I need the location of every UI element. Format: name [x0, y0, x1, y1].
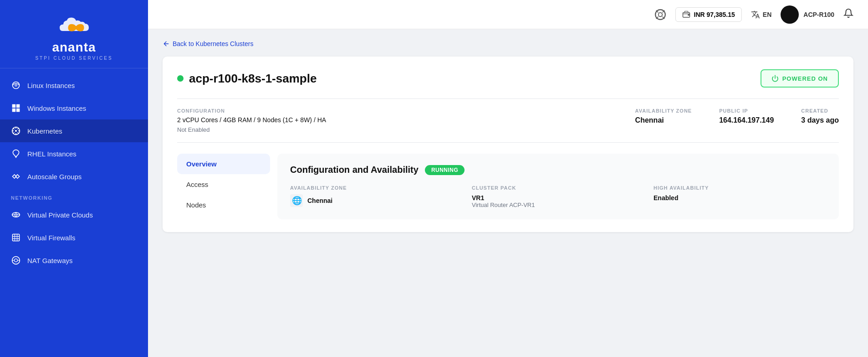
back-link-text: Back to Kubernetes Clusters [173, 40, 253, 47]
tab-nodes[interactable]: Nodes [177, 195, 270, 215]
svg-rect-5 [16, 109, 20, 112]
powered-on-label: POWERED ON [782, 75, 828, 82]
page-content: Back to Kubernetes Clusters acp-r100-k8s… [148, 29, 868, 357]
bell-icon [843, 8, 853, 18]
vpc-icon [11, 210, 21, 220]
support-button[interactable] [654, 9, 666, 21]
sidebar-item-rhel-label: RHEL Instances [27, 150, 77, 158]
sidebar-item-nat[interactable]: NAT Gateways [0, 249, 148, 272]
divider-2 [177, 142, 839, 143]
running-badge: RUNNING [425, 165, 465, 175]
instance-name: acp-r100-k8s-1-sample [189, 72, 317, 86]
config-ha-value: Enabled [654, 194, 678, 202]
sidebar-item-firewalls-label: Virtual Firewalls [27, 234, 76, 242]
config-cluster-pack-sub: Virtual Router ACP-VR1 [472, 202, 535, 208]
meta-config: CONFIGURATION 2 vCPU Cores / 4GB RAM / 9… [177, 108, 608, 133]
user-menu[interactable]: ACP-R100 [781, 5, 834, 24]
sidebar-item-autoscale[interactable]: Autoscale Groups [0, 165, 148, 188]
svg-line-12 [13, 128, 14, 129]
svg-line-15 [13, 133, 14, 134]
nav-items: Linux Instances Windows Instances [0, 68, 148, 357]
translate-icon [751, 10, 760, 19]
svg-line-14 [18, 128, 19, 129]
meta-created: CREATED 3 days ago [801, 108, 839, 133]
meta-az: AVAILABILITY ZONE Chennai [635, 108, 692, 133]
rhel-icon [11, 149, 21, 159]
svg-point-30 [658, 12, 662, 16]
sidebar-item-autoscale-label: Autoscale Groups [27, 173, 82, 181]
sidebar-item-kubernetes-label: Kubernetes [27, 127, 62, 135]
username: ACP-R100 [803, 11, 834, 18]
config-cluster-pack-value-row: VR1 Virtual Router ACP-VR1 [472, 194, 644, 208]
language-selector[interactable]: EN [751, 10, 771, 19]
card-header: acp-r100-k8s-1-sample POWERED ON [177, 69, 839, 88]
svg-text:🌐: 🌐 [292, 196, 302, 206]
config-panel-header: Configuration and Availability RUNNING [290, 165, 826, 175]
tab-overview-label: Overview [186, 160, 217, 168]
sidebar-item-linux-label: Linux Instances [27, 82, 75, 89]
ip-label: PUBLIC IP [719, 108, 774, 114]
power-icon [771, 75, 779, 82]
config-ha-label: HIGH AVAILABILITY [654, 185, 826, 191]
logo-area: ananta STPI CLOUD SERVICES [0, 0, 148, 68]
config-cluster-pack-label: CLUSTER PACK [472, 185, 644, 191]
az-value: Chennai [635, 116, 692, 124]
avatar [781, 5, 799, 24]
config-cluster-pack-value: VR1 [472, 194, 535, 202]
config-label: CONFIGURATION [177, 108, 608, 114]
windows-icon [11, 103, 21, 113]
tab-access[interactable]: Access [177, 174, 270, 195]
networking-section-label: NETWORKING [0, 188, 148, 203]
meta-ip: PUBLIC IP 164.164.197.149 [719, 108, 774, 133]
config-grid: AVAILABILITY ZONE 🌐 Chennai [290, 185, 826, 208]
main-content: INR 97,385.15 EN ACP-R100 Back to Kube [148, 0, 868, 357]
svg-line-13 [18, 133, 19, 134]
divider-1 [177, 98, 839, 99]
tab-nodes-label: Nodes [186, 201, 206, 209]
zone-icon: 🌐 [290, 194, 303, 207]
config-az-value: Chennai [307, 197, 332, 204]
sidebar-item-linux[interactable]: Linux Instances [0, 74, 148, 97]
sidebar-item-windows-label: Windows Instances [27, 104, 86, 112]
back-link[interactable]: Back to Kubernetes Clusters [163, 40, 853, 47]
kubernetes-icon [11, 126, 21, 136]
support-icon [654, 9, 666, 21]
created-value: 3 days ago [801, 116, 839, 124]
meta-row: CONFIGURATION 2 vCPU Cores / 4GB RAM / 9… [177, 108, 839, 133]
sidebar-item-kubernetes[interactable]: Kubernetes [0, 119, 148, 142]
az-label: AVAILABILITY ZONE [635, 108, 692, 114]
sidebar-item-vpc[interactable]: Virtual Private Clouds [0, 203, 148, 226]
tab-access-label: Access [186, 181, 208, 188]
linux-icon [11, 80, 21, 90]
logo-svg [56, 11, 92, 38]
sidebar-item-rhel[interactable]: RHEL Instances [0, 142, 148, 165]
balance-display[interactable]: INR 97,385.15 [675, 7, 742, 22]
notifications-button[interactable] [843, 8, 853, 21]
powered-on-button[interactable]: POWERED ON [761, 69, 839, 88]
instance-title: acp-r100-k8s-1-sample [177, 72, 317, 86]
sidebar-item-nat-label: NAT Gateways [27, 257, 72, 264]
svg-rect-20 [13, 234, 20, 241]
config-ha: HIGH AVAILABILITY Enabled [654, 185, 826, 208]
created-label: CREATED [801, 108, 839, 114]
config-az: AVAILABILITY ZONE 🌐 Chennai [290, 185, 463, 208]
instance-detail-card: acp-r100-k8s-1-sample POWERED ON CONFIGU… [163, 57, 853, 232]
sidebar-item-windows[interactable]: Windows Instances [0, 97, 148, 119]
sidebar-item-vpc-label: Virtual Private Clouds [27, 211, 93, 219]
logo-sub: STPI CLOUD SERVICES [35, 56, 112, 61]
status-dot [177, 75, 184, 82]
config-az-value-row: 🌐 Chennai [290, 194, 463, 207]
svg-point-26 [15, 259, 18, 262]
autoscale-icon [11, 171, 21, 181]
sidebar-item-firewalls[interactable]: Virtual Firewalls [0, 226, 148, 249]
svg-rect-3 [16, 104, 20, 108]
lower-section: Overview Access Nodes Configuration and … [177, 154, 839, 219]
nat-icon [11, 255, 21, 265]
config-panel: Configuration and Availability RUNNING A… [277, 154, 839, 219]
logo-text: ananta [52, 40, 96, 55]
config-panel-title: Configuration and Availability [290, 165, 419, 175]
config-value: 2 vCPU Cores / 4GB RAM / 9 Nodes (1C + 8… [177, 116, 608, 124]
tab-overview[interactable]: Overview [177, 154, 270, 174]
config-ha-value-row: Enabled [654, 194, 826, 202]
config-az-label: AVAILABILITY ZONE [290, 185, 463, 191]
